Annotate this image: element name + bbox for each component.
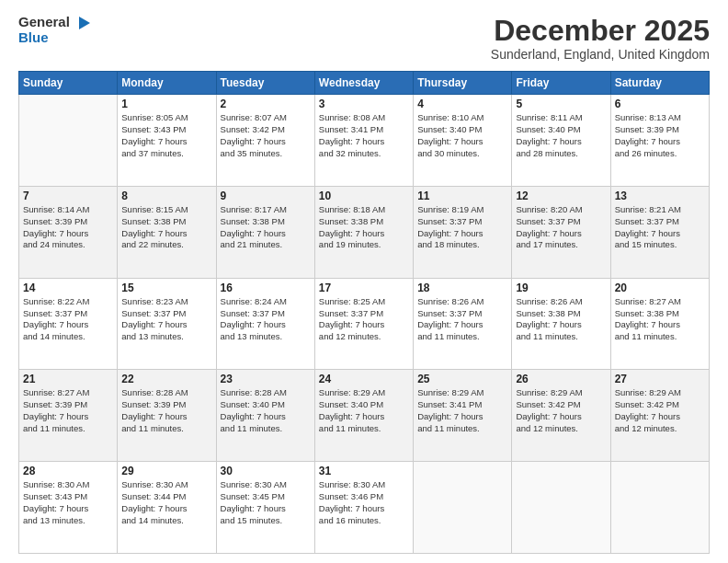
month-title: December 2025 [491, 15, 710, 47]
day-number: 29 [121, 465, 211, 477]
info-line: Daylight: 7 hours [615, 411, 705, 423]
cell-info: Sunrise: 8:07 AMSunset: 3:42 PMDaylight:… [221, 112, 311, 159]
day-number: 2 [221, 98, 311, 110]
day-number: 3 [319, 98, 409, 110]
info-line: and 28 minutes. [516, 148, 606, 160]
info-line: Sunset: 3:42 PM [516, 399, 606, 411]
info-line: Daylight: 7 hours [121, 503, 211, 515]
cell-info: Sunrise: 8:26 AMSunset: 3:38 PMDaylight:… [516, 296, 606, 343]
cell-info: Sunrise: 8:11 AMSunset: 3:40 PMDaylight:… [516, 112, 606, 159]
info-line: Daylight: 7 hours [615, 228, 705, 240]
info-line: Sunrise: 8:30 AM [121, 479, 211, 491]
info-line: and 11 minutes. [516, 331, 606, 343]
info-line: and 11 minutes. [121, 423, 211, 435]
info-line: Sunrise: 8:26 AM [417, 296, 507, 308]
info-line: Sunset: 3:38 PM [615, 308, 705, 320]
info-line: Sunset: 3:42 PM [615, 399, 705, 411]
day-number: 10 [319, 190, 409, 202]
info-line: Sunset: 3:43 PM [23, 491, 113, 503]
day-number: 17 [319, 282, 409, 294]
info-line: Sunrise: 8:25 AM [319, 296, 409, 308]
table-row: 12Sunrise: 8:20 AMSunset: 3:37 PMDayligh… [512, 186, 610, 278]
info-line: Sunset: 3:40 PM [417, 124, 507, 136]
info-line: and 11 minutes. [23, 423, 113, 435]
info-line: Daylight: 7 hours [615, 136, 705, 148]
table-row [414, 462, 512, 554]
info-line: and 16 minutes. [319, 515, 409, 527]
table-row: 21Sunrise: 8:27 AMSunset: 3:39 PMDayligh… [19, 370, 118, 462]
day-number: 8 [121, 190, 211, 202]
day-number: 9 [221, 190, 311, 202]
day-number: 26 [516, 373, 606, 385]
info-line: Sunset: 3:41 PM [319, 124, 409, 136]
cell-info: Sunrise: 8:30 AMSunset: 3:46 PMDaylight:… [319, 479, 409, 526]
info-line: Daylight: 7 hours [221, 319, 311, 331]
table-row: 18Sunrise: 8:26 AMSunset: 3:37 PMDayligh… [414, 278, 512, 370]
info-line: Daylight: 7 hours [23, 411, 113, 423]
table-row: 13Sunrise: 8:21 AMSunset: 3:37 PMDayligh… [610, 186, 709, 278]
cell-info: Sunrise: 8:30 AMSunset: 3:43 PMDaylight:… [23, 479, 113, 526]
col-sunday: Sunday [19, 72, 118, 95]
logo-line1: General [18, 15, 90, 30]
table-row: 24Sunrise: 8:29 AMSunset: 3:40 PMDayligh… [314, 370, 413, 462]
info-line: Sunrise: 8:29 AM [615, 387, 705, 399]
col-saturday: Saturday [610, 72, 709, 95]
info-line: Sunrise: 8:05 AM [121, 112, 211, 124]
info-line: Sunrise: 8:08 AM [319, 112, 409, 124]
info-line: Daylight: 7 hours [121, 136, 211, 148]
info-line: Sunrise: 8:14 AM [23, 204, 113, 216]
info-line: and 13 minutes. [121, 331, 211, 343]
info-line: Daylight: 7 hours [121, 228, 211, 240]
info-line: and 26 minutes. [615, 148, 705, 160]
table-row: 6Sunrise: 8:13 AMSunset: 3:39 PMDaylight… [610, 95, 709, 187]
cell-info: Sunrise: 8:29 AMSunset: 3:42 PMDaylight:… [615, 387, 705, 434]
table-row: 4Sunrise: 8:10 AMSunset: 3:40 PMDaylight… [414, 95, 512, 187]
info-line: Daylight: 7 hours [221, 411, 311, 423]
day-number: 1 [121, 98, 211, 110]
info-line: Sunset: 3:39 PM [23, 399, 113, 411]
info-line: Daylight: 7 hours [516, 411, 606, 423]
calendar-week-row: 1Sunrise: 8:05 AMSunset: 3:43 PMDaylight… [19, 95, 710, 187]
info-line: and 11 minutes. [319, 423, 409, 435]
table-row: 23Sunrise: 8:28 AMSunset: 3:40 PMDayligh… [216, 370, 314, 462]
calendar-table: Sunday Monday Tuesday Wednesday Thursday… [18, 71, 710, 554]
info-line: Sunset: 3:38 PM [319, 216, 409, 228]
info-line: Daylight: 7 hours [417, 319, 507, 331]
info-line: Sunrise: 8:30 AM [23, 479, 113, 491]
info-line: and 11 minutes. [615, 331, 705, 343]
table-row: 11Sunrise: 8:19 AMSunset: 3:37 PMDayligh… [414, 186, 512, 278]
title-block: December 2025 Sunderland, England, Unite… [491, 15, 710, 62]
cell-info: Sunrise: 8:27 AMSunset: 3:38 PMDaylight:… [615, 296, 705, 343]
logo-arrow-icon [74, 17, 90, 29]
info-line: and 14 minutes. [23, 331, 113, 343]
info-line: Sunrise: 8:21 AM [615, 204, 705, 216]
info-line: Sunrise: 8:17 AM [221, 204, 311, 216]
info-line: and 12 minutes. [319, 331, 409, 343]
col-wednesday: Wednesday [314, 72, 413, 95]
info-line: Sunrise: 8:29 AM [516, 387, 606, 399]
col-friday: Friday [512, 72, 610, 95]
table-row: 7Sunrise: 8:14 AMSunset: 3:39 PMDaylight… [19, 186, 118, 278]
logo: General Blue [18, 15, 90, 45]
table-row: 28Sunrise: 8:30 AMSunset: 3:43 PMDayligh… [19, 462, 118, 554]
day-number: 19 [516, 282, 606, 294]
table-row: 1Sunrise: 8:05 AMSunset: 3:43 PMDaylight… [118, 95, 216, 187]
calendar-week-row: 7Sunrise: 8:14 AMSunset: 3:39 PMDaylight… [19, 186, 710, 278]
info-line: and 24 minutes. [23, 239, 113, 251]
day-number: 14 [23, 282, 113, 294]
cell-info: Sunrise: 8:25 AMSunset: 3:37 PMDaylight:… [319, 296, 409, 343]
info-line: Sunrise: 8:19 AM [417, 204, 507, 216]
col-tuesday: Tuesday [216, 72, 314, 95]
info-line: Sunset: 3:38 PM [516, 308, 606, 320]
day-number: 30 [221, 465, 311, 477]
cell-info: Sunrise: 8:18 AMSunset: 3:38 PMDaylight:… [319, 204, 409, 251]
info-line: Sunrise: 8:10 AM [417, 112, 507, 124]
info-line: Sunset: 3:37 PM [319, 308, 409, 320]
header: General Blue December 2025 Sunderland, E… [18, 15, 710, 62]
info-line: Daylight: 7 hours [516, 319, 606, 331]
col-monday: Monday [118, 72, 216, 95]
info-line: Daylight: 7 hours [417, 411, 507, 423]
cell-info: Sunrise: 8:21 AMSunset: 3:37 PMDaylight:… [615, 204, 705, 251]
info-line: and 11 minutes. [417, 331, 507, 343]
info-line: Sunset: 3:45 PM [221, 491, 311, 503]
